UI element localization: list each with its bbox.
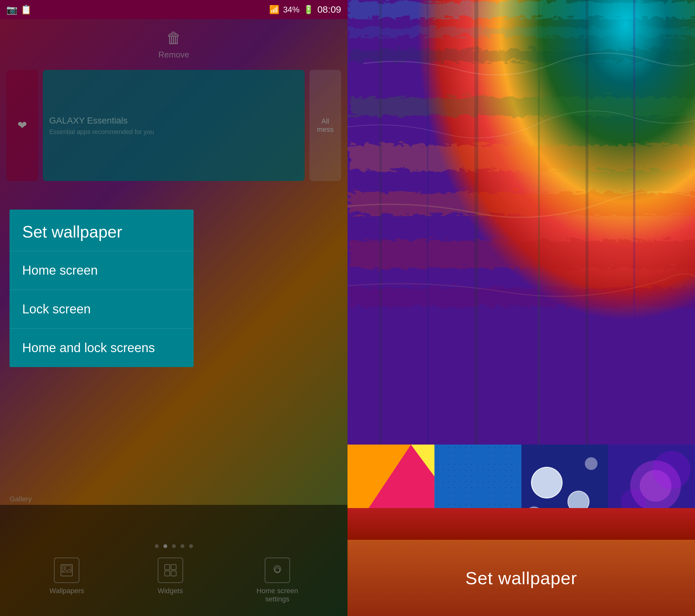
battery-icon: 🔋 [303, 5, 313, 15]
signal-icon: 📶 [269, 5, 279, 15]
clock: 08:09 [317, 4, 341, 15]
svg-rect-18 [427, 0, 428, 492]
left-panel: 📷 📋 📶 34% 🔋 08:09 🗑 Remove ❤ GALAXY Esse… [0, 0, 348, 616]
svg-rect-9 [348, 0, 695, 16]
status-bar-right: 📶 34% 🔋 08:09 [269, 4, 341, 15]
svg-rect-17 [379, 0, 382, 492]
home-lock-screens-label: Home and lock screens [22, 341, 181, 355]
lock-screen-label: Lock screen [22, 302, 181, 316]
svg-rect-14 [348, 190, 695, 213]
svg-rect-13 [348, 143, 695, 168]
battery-percent: 34% [283, 5, 300, 15]
svg-point-30 [531, 467, 562, 498]
svg-rect-20 [538, 0, 540, 492]
menu-title: Set wallpaper [22, 222, 181, 241]
svg-rect-15 [348, 238, 695, 267]
svg-rect-22 [633, 0, 635, 492]
svg-point-39 [652, 451, 691, 489]
svg-rect-10 [348, 26, 695, 35]
status-bar-left-icons: 📷 📋 [6, 4, 32, 15]
svg-rect-16 [348, 286, 695, 305]
edit-icon: 📋 [21, 4, 32, 15]
wallpaper-preview [348, 0, 695, 492]
menu-item-home-screen[interactable]: Home screen [10, 251, 193, 290]
svg-point-34 [584, 457, 597, 470]
svg-rect-12 [348, 95, 695, 114]
right-panel: Bubbles Phase beam Set wallpaper [348, 0, 695, 616]
set-wallpaper-label: Set wallpaper [465, 568, 577, 588]
svg-rect-21 [586, 0, 588, 492]
menu-header: Set wallpaper [10, 210, 193, 251]
status-bar: 📷 📋 📶 34% 🔋 08:09 [0, 0, 348, 19]
wallpaper-menu: Set wallpaper Home screen Lock screen Ho… [10, 210, 193, 367]
menu-item-home-lock-screens[interactable]: Home and lock screens [10, 329, 193, 367]
wallpaper-bottom-strip [348, 508, 695, 540]
screenshot-icon: 📷 [6, 4, 17, 15]
home-screen-label: Home screen [22, 263, 181, 278]
menu-item-lock-screen[interactable]: Lock screen [10, 290, 193, 329]
set-wallpaper-button[interactable]: Set wallpaper [348, 540, 695, 616]
